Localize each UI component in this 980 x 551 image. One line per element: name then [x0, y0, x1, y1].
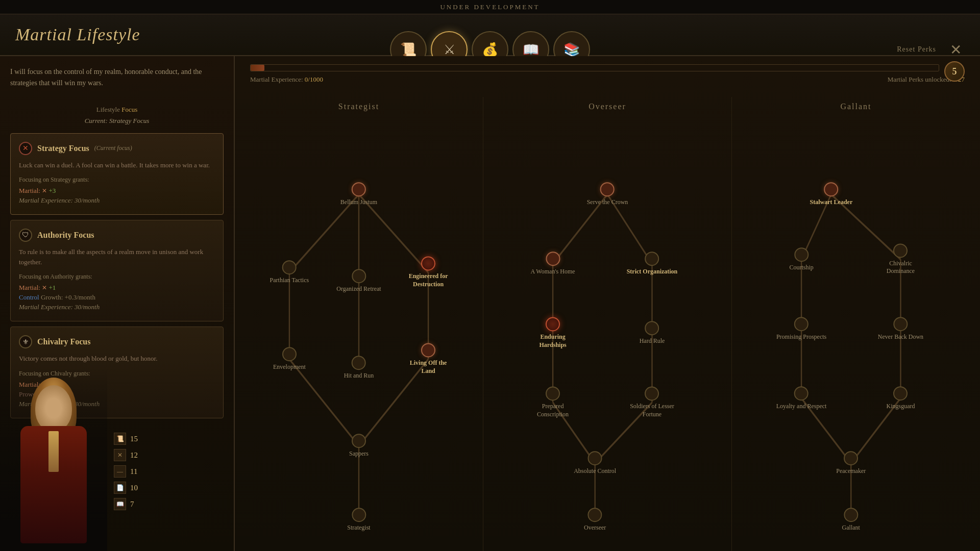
lifestyle-description: I will focus on the control of my realm,… [10, 66, 204, 89]
perk-gallant-bottom[interactable]: Gallant [842, 508, 860, 532]
stat-row-3: — 11 [114, 465, 138, 478]
engineered-destruction-label: Engineered for Destruction [403, 272, 454, 288]
gallant-column: Gallant [732, 97, 980, 551]
womans-home-circle [546, 252, 560, 266]
perk-courtship[interactable]: Courtship [789, 247, 813, 272]
current-focus: Current: Strategy Focus [10, 117, 224, 125]
perk-soldiers-lesser[interactable]: Soldiers of Lesser Fortune [626, 386, 677, 418]
exp-info: Martial Experience: 0/1000 Martial Perks… [250, 76, 965, 84]
parthian-tactics-label: Parthian Tactics [270, 277, 309, 285]
gallant-tree: Stalwart Leader Courtship Chivalric Domi… [732, 116, 980, 550]
envelopment-label: Envelopment [273, 363, 306, 371]
stalwart-leader-label: Stalwart Leader [810, 198, 853, 207]
header: Martial Lifestyle 📜 2 ⚔ 5 💰 📖 5 📚 Reset … [0, 14, 980, 56]
chivalry-icon: ⚜ [19, 335, 32, 348]
strategist-bottom-circle [352, 508, 366, 522]
perk-promising-prospects[interactable]: Promising Prospects [776, 317, 826, 341]
overseer-tree: Serve the Crown A Woman's Home Strict Or… [483, 116, 731, 550]
perk-enduring-hardships[interactable]: Enduring Hardships [527, 317, 578, 349]
loyalty-respect-label: Loyalty and Respect [776, 403, 827, 411]
strategist-bottom-label: Strategist [347, 524, 370, 532]
perk-parthian-tactics[interactable]: Parthian Tactics [270, 260, 309, 285]
focus-label: Lifestyle Focus [10, 105, 224, 114]
never-back-down-label: Never Back Down [878, 333, 923, 341]
perk-engineered-destruction[interactable]: Engineered for Destruction [403, 256, 454, 288]
perk-serve-crown[interactable]: Serve the Crown [587, 182, 628, 207]
perk-tree-area: Strategist [235, 97, 980, 551]
perk-absolute-control[interactable]: Absolute Control [574, 451, 616, 475]
perk-sappers[interactable]: Sappers [349, 434, 369, 458]
prepared-conscription-label: Prepared Conscription [527, 403, 578, 418]
absolute-control-label: Absolute Control [574, 467, 616, 475]
perk-organized-retreat[interactable]: Organized Retreat [336, 269, 381, 293]
bellum-justum-circle [352, 182, 366, 196]
perk-stalwart-leader[interactable]: Stalwart Leader [810, 182, 853, 207]
perk-living-off-land[interactable]: Living Off the Land [403, 343, 454, 375]
perk-loyalty-respect[interactable]: Loyalty and Respect [776, 386, 827, 411]
strategy-tag: (Current focus) [94, 144, 132, 152]
perk-envelopment[interactable]: Envelopment [273, 347, 306, 371]
perk-peacemaker[interactable]: Peacemaker [836, 451, 866, 475]
page-title: Martial Lifestyle [15, 25, 140, 44]
perk-never-back-down[interactable]: Never Back Down [878, 317, 923, 341]
courtship-label: Courtship [789, 264, 813, 272]
stat-icon-5: 📖 [114, 498, 126, 510]
main-perk-area: 5 Martial Experience: 0/1000 Martial Per… [235, 56, 980, 551]
strategy-card-header: ✕ Strategy Focus (Current focus) [19, 142, 215, 155]
overseer-bottom-label: Overseer [584, 524, 606, 532]
gallant-bottom-circle [844, 508, 858, 522]
authority-focus-card[interactable]: 🛡 Authority Focus To rule is to make all… [10, 220, 224, 321]
serve-crown-circle [600, 182, 615, 196]
reset-button[interactable]: Reset Perks [897, 45, 936, 54]
absolute-control-circle [588, 451, 602, 465]
bellum-justum-label: Bellum Justum [340, 198, 377, 207]
chivalric-dominance-label: Chivalric Dominance [875, 260, 926, 276]
promising-prospects-circle [794, 317, 808, 331]
title-normal: Martial [15, 25, 77, 44]
stat-icon-4: 📄 [114, 482, 126, 494]
loyalty-respect-circle [794, 386, 808, 400]
hard-rule-circle [645, 321, 659, 335]
gallant-bottom-label: Gallant [842, 524, 860, 532]
prepared-conscription-circle [546, 386, 560, 400]
sappers-label: Sappers [349, 450, 369, 458]
perk-chivalric-dominance[interactable]: Chivalric Dominance [875, 243, 926, 276]
chivalry-card-header: ⚜ Chivalry Focus [19, 335, 215, 348]
living-off-land-label: Living Off the Land [403, 359, 454, 375]
gallant-header: Gallant [732, 97, 980, 116]
peacemaker-circle [844, 451, 858, 465]
overseer-header: Overseer [483, 97, 731, 116]
stat-icon-1: 📜 [114, 433, 126, 445]
perk-womans-home[interactable]: A Woman's Home [531, 252, 575, 276]
focus-label-highlight: Focus [121, 106, 137, 113]
perk-strategist-bottom[interactable]: Strategist [347, 508, 370, 532]
strategy-focus-card[interactable]: ✕ Strategy Focus (Current focus) Luck ca… [10, 133, 224, 215]
authority-desc: To rule is to make all the aspects of a … [19, 247, 215, 267]
strict-org-circle [645, 252, 659, 266]
womans-home-label: A Woman's Home [531, 268, 575, 276]
authority-stat-martial: Martial: ✕ +1 [19, 284, 215, 292]
strategy-stat-martial: Martial: ✕ +3 [19, 187, 215, 195]
authority-stat-control: Control Growth: +0.3/month [19, 293, 215, 302]
exp-value: 0/1000 [305, 76, 323, 83]
strategist-connections [235, 116, 483, 550]
perk-bellum-justum[interactable]: Bellum Justum [340, 182, 377, 207]
peacemaker-label: Peacemaker [836, 467, 866, 475]
exp-bar-container: 5 Martial Experience: 0/1000 Martial Per… [235, 56, 980, 89]
perk-kingsguard[interactable]: Kingsguard [886, 386, 915, 411]
chivalric-dominance-circle [893, 243, 908, 258]
focus-label-normal: Lifestyle [96, 106, 121, 113]
stat-row-2: ✕ 12 [114, 449, 138, 461]
organized-retreat-circle [352, 269, 366, 283]
perk-overseer-bottom[interactable]: Overseer [584, 508, 606, 532]
perk-hard-rule[interactable]: Hard Rule [640, 321, 665, 345]
perk-prepared-conscription[interactable]: Prepared Conscription [527, 386, 578, 418]
strategist-column: Strategist [235, 97, 483, 551]
soldiers-lesser-label: Soldiers of Lesser Fortune [626, 403, 677, 418]
kingsguard-circle [893, 386, 908, 400]
hit-and-run-label: Hit and Run [344, 372, 374, 380]
perk-strict-organization[interactable]: Strict Organization [627, 252, 678, 276]
envelopment-circle [282, 347, 297, 361]
perk-hit-and-run[interactable]: Hit and Run [344, 356, 374, 380]
perk-points-badge: 5 [944, 61, 965, 82]
